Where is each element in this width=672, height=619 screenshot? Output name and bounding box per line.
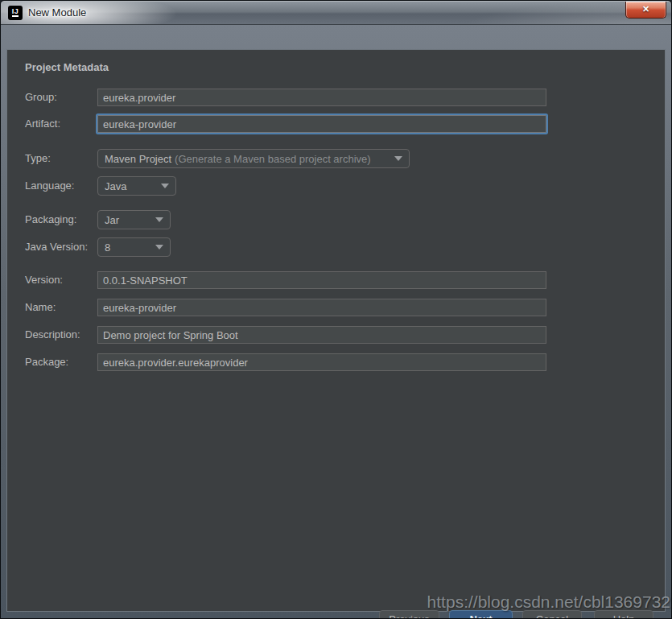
- name-label: Name:: [25, 299, 56, 316]
- chevron-down-icon: [155, 245, 163, 250]
- type-label: Type:: [25, 149, 51, 168]
- previous-button-label: Previous: [380, 611, 439, 619]
- artifact-input[interactable]: [97, 115, 546, 133]
- language-selected-value: Java: [105, 180, 126, 192]
- packaging-select[interactable]: Jar: [97, 210, 171, 229]
- chevron-down-icon: [161, 184, 169, 188]
- description-input[interactable]: [97, 326, 546, 344]
- language-select[interactable]: Java: [97, 176, 176, 196]
- close-glyph: ✕: [642, 4, 649, 14]
- java-version-label: Java Version:: [25, 237, 88, 257]
- next-button-label: Next: [450, 611, 512, 619]
- titlebar[interactable]: IJ New Module ✕: [1, 1, 671, 24]
- java-version-selected-value: 8: [105, 241, 110, 254]
- packaging-selected-value: Jar: [105, 214, 119, 226]
- java-version-select[interactable]: 8: [97, 237, 171, 257]
- version-input[interactable]: [97, 271, 546, 289]
- group-input[interactable]: [97, 89, 546, 106]
- cancel-button-label: Cancel: [523, 611, 581, 619]
- previous-button[interactable]: Previous: [379, 610, 439, 619]
- next-button[interactable]: Next: [449, 610, 513, 619]
- window-frame: Project Metadata Group: Artifact: Type: …: [1, 24, 671, 618]
- intellij-logo-text: IJ: [12, 7, 19, 15]
- type-select[interactable]: Maven Project (Generate a Maven based pr…: [97, 149, 410, 168]
- new-module-dialog: IJ New Module ✕ Project Metadata Group: …: [0, 0, 672, 619]
- name-input[interactable]: [97, 299, 546, 316]
- window-title: New Module: [28, 6, 86, 19]
- artifact-label: Artifact:: [25, 115, 60, 133]
- description-label: Description:: [25, 326, 80, 344]
- group-label: Group:: [25, 89, 57, 106]
- help-button-label: Help: [595, 611, 653, 619]
- dialog-content: Project Metadata Group: Artifact: Type: …: [6, 49, 666, 612]
- intellij-logo-icon: IJ: [8, 6, 23, 20]
- package-input[interactable]: [97, 353, 546, 371]
- type-selected-value: Maven Project: [105, 153, 171, 165]
- chevron-down-icon: [155, 217, 163, 222]
- chevron-down-icon: [394, 156, 402, 161]
- language-label: Language:: [25, 176, 74, 196]
- page-title: Project Metadata: [25, 61, 109, 73]
- cancel-button[interactable]: Cancel: [522, 610, 582, 619]
- packaging-label: Packaging:: [25, 210, 76, 229]
- package-label: Package:: [25, 353, 68, 371]
- type-selected-hint: (Generate a Maven based project archive): [175, 153, 371, 165]
- close-icon[interactable]: ✕: [625, 2, 666, 19]
- help-button[interactable]: Help: [594, 610, 653, 619]
- version-label: Version:: [25, 271, 63, 289]
